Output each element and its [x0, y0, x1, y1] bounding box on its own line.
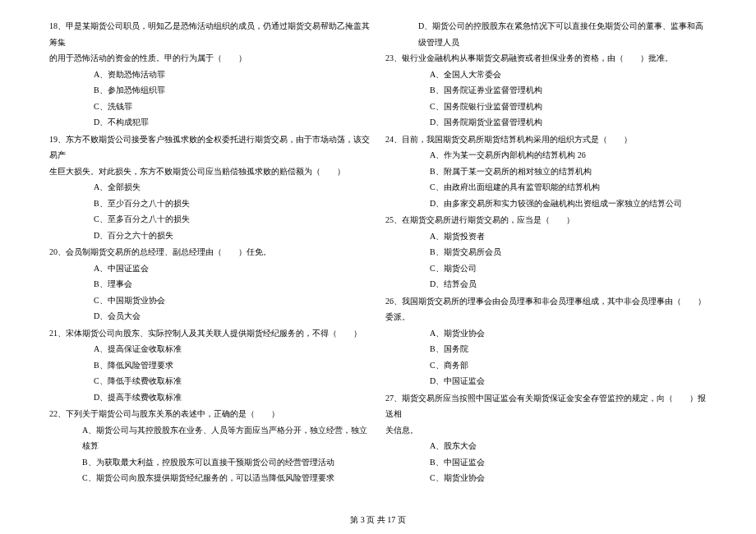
q21-option-c: C、降低手续费收取标准 — [49, 373, 371, 389]
q19-option-d: D、百分之六十的损失 — [49, 228, 371, 244]
q22-option-d: D、期货公司的控股股东在紧急情况下可以直接任免期货公司的董事、监事和高级管理人员 — [385, 18, 707, 50]
q27-text-line2: 关信息。 — [385, 422, 707, 439]
q21-text: 21、宋体期货公司向股东、实际控制人及其关联人提供期货经纪服务的，不得（ ） — [49, 325, 371, 342]
q19-option-c: C、至多百分之八十的损失 — [49, 211, 371, 228]
q18-option-c: C、洗钱罪 — [49, 99, 371, 115]
right-column: D、期货公司的控股股东在紧急情况下可以直接任免期货公司的董事、监事和高级管理人员… — [385, 18, 707, 487]
q23-text: 23、银行业金融机构从事期货交易融资或者担保业务的资格，由（ ）批准。 — [385, 50, 707, 67]
q22-text: 22、下列关于期货公司与股东关系的表述中，正确的是（ ） — [49, 406, 371, 422]
q25-option-b: B、期货交易所会员 — [385, 244, 707, 260]
question-25: 25、在期货交易所进行期货交易的，应当是（ ） A、期货投资者 B、期货交易所会… — [385, 212, 707, 292]
q20-option-b: B、理事会 — [49, 276, 371, 292]
question-27: 27、期货交易所应当按照中国证监会有关期货保证金安全存管监控的规定，向（ ）报送… — [385, 390, 707, 486]
q23-option-d: D、国务院期货业监督管理机构 — [385, 114, 707, 131]
q27-text-line1: 27、期货交易所应当按照中国证监会有关期货保证金安全存管监控的规定，向（ ）报送… — [385, 390, 707, 422]
q19-text-line1: 19、东方不败期货公司接受客户独孤求败的全权委托进行期货交易，由于市场动荡，该交… — [49, 131, 371, 163]
q19-option-b: B、至少百分之八十的损失 — [49, 196, 371, 212]
q22-option-c: C、期货公司向股东提供期货经纪服务的，可以适当降低风险管理要求 — [49, 470, 371, 486]
q19-option-a: A、全部损失 — [49, 179, 371, 196]
q23-option-c: C、国务院银行业监督管理机构 — [385, 99, 707, 115]
question-21: 21、宋体期货公司向股东、实际控制人及其关联人提供期货经纪服务的，不得（ ） A… — [49, 325, 371, 406]
q25-text: 25、在期货交易所进行期货交易的，应当是（ ） — [385, 212, 707, 228]
question-18: 18、甲是某期货公司职员，明知乙是恐怖活动组织的成员，仍通过期货交易帮助乙掩盖其… — [49, 18, 371, 131]
q22-option-a: A、期货公司与其控股股东在业务、人员等方面应当严格分开，独立经营，独立核算 — [49, 422, 371, 454]
q23-option-b: B、国务院证券业监督管理机构 — [385, 82, 707, 99]
q26-option-d: D、中国证监会 — [385, 373, 707, 389]
q21-option-a: A、提高保证金收取标准 — [49, 341, 371, 357]
q19-text-line2: 生巨大损失。对此损失，东方不败期货公司应当赔偿独孤求败的赔偿额为（ ） — [49, 163, 371, 180]
q24-option-c: C、由政府出面组建的具有监管职能的结算机构 — [385, 179, 707, 196]
q25-option-a: A、期货投资者 — [385, 228, 707, 245]
question-23: 23、银行业金融机构从事期货交易融资或者担保业务的资格，由（ ）批准。 A、全国… — [385, 50, 707, 131]
q23-option-a: A、全国人大常委会 — [385, 67, 707, 83]
q26-option-c: C、商务部 — [385, 357, 707, 374]
question-22: 22、下列关于期货公司与股东关系的表述中，正确的是（ ） A、期货公司与其控股股… — [49, 406, 371, 486]
q21-option-d: D、提高手续费收取标准 — [49, 389, 371, 406]
q25-option-c: C、期货公司 — [385, 260, 707, 277]
q24-text: 24、目前，我国期货交易所期货结算机构采用的组织方式是（ ） — [385, 131, 707, 148]
q27-option-c: C、期货业协会 — [385, 470, 707, 486]
q18-text-line1: 18、甲是某期货公司职员，明知乙是恐怖活动组织的成员，仍通过期货交易帮助乙掩盖其… — [49, 18, 371, 50]
page-columns: 18、甲是某期货公司职员，明知乙是恐怖活动组织的成员，仍通过期货交易帮助乙掩盖其… — [49, 18, 707, 487]
q26-text: 26、我国期货交易所的理事会由会员理事和非会员理事组成，其中非会员理事由（ ）委… — [385, 293, 707, 325]
q24-option-b: B、附属于某一交易所的相对独立的结算机构 — [385, 163, 707, 180]
question-19: 19、东方不败期货公司接受客户独孤求败的全权委托进行期货交易，由于市场动荡，该交… — [49, 131, 371, 244]
q26-option-a: A、期货业协会 — [385, 325, 707, 342]
q24-option-a: A、作为某一交易所内部机构的结算机构 26 — [385, 147, 707, 163]
question-24: 24、目前，我国期货交易所期货结算机构采用的组织方式是（ ） A、作为某一交易所… — [385, 131, 707, 212]
q20-option-d: D、会员大会 — [49, 308, 371, 325]
q21-option-b: B、降低风险管理要求 — [49, 357, 371, 374]
q22-option-b: B、为获取最大利益，控股股东可以直接干预期货公司的经营管理活动 — [49, 454, 371, 471]
q18-option-a: A、资助恐怖活动罪 — [49, 67, 371, 83]
q26-option-b: B、国务院 — [385, 341, 707, 357]
page-footer: 第 3 页 共 17 页 — [0, 514, 756, 526]
q24-option-d: D、由多家交易所和实力较强的金融机构出资组成一家独立的结算公司 — [385, 196, 707, 212]
q18-text-line2: 的用于恐怖活动的资金的性质。甲的行为属于（ ） — [49, 50, 371, 67]
q20-text: 20、会员制期货交易所的总经理、副总经理由（ ）任免。 — [49, 244, 371, 260]
q27-option-b: B、中国证监会 — [385, 454, 707, 471]
left-column: 18、甲是某期货公司职员，明知乙是恐怖活动组织的成员，仍通过期货交易帮助乙掩盖其… — [49, 18, 371, 487]
q18-option-d: D、不构成犯罪 — [49, 114, 371, 131]
question-26: 26、我国期货交易所的理事会由会员理事和非会员理事组成，其中非会员理事由（ ）委… — [385, 293, 707, 389]
q27-option-a: A、股东大会 — [385, 438, 707, 454]
q20-option-c: C、中国期货业协会 — [49, 292, 371, 309]
q25-option-d: D、结算会员 — [385, 276, 707, 292]
question-20: 20、会员制期货交易所的总经理、副总经理由（ ）任免。 A、中国证监会 B、理事… — [49, 244, 371, 325]
q18-option-b: B、参加恐怖组织罪 — [49, 82, 371, 99]
q20-option-a: A、中国证监会 — [49, 260, 371, 277]
